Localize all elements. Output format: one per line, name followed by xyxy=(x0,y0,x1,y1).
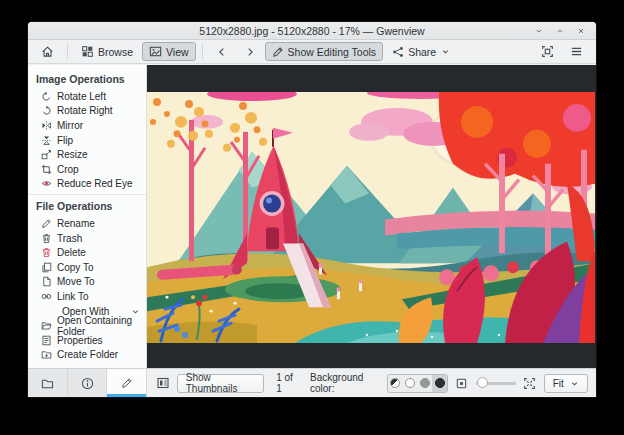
red-eye-icon xyxy=(41,178,52,189)
share-icon xyxy=(392,46,404,58)
resize-item[interactable]: Resize xyxy=(28,147,146,162)
properties-item[interactable]: Properties xyxy=(28,333,146,348)
view-label: View xyxy=(166,46,189,58)
file-operations-title: File Operations xyxy=(28,197,146,216)
operations-sidebar: Image Operations Rotate Left Rotate Righ… xyxy=(28,65,147,368)
menu-button[interactable] xyxy=(563,42,590,61)
main-toolbar: Browse View Show Editing Tools Share xyxy=(28,40,596,64)
zoom-mode-value: Fit xyxy=(553,378,564,389)
bg-auto-swatch[interactable] xyxy=(388,375,403,392)
background-color-label: Background color: xyxy=(310,372,381,394)
home-button[interactable] xyxy=(34,42,61,61)
image-operations-title: Image Operations xyxy=(28,70,146,89)
rename-item[interactable]: Rename xyxy=(28,216,146,231)
properties-icon xyxy=(41,335,52,346)
zoom-fit-icon xyxy=(455,377,468,390)
fullscreen-icon xyxy=(541,45,554,58)
show-thumbnails-label: Show Thumbnails xyxy=(186,372,255,394)
zoom-fill-icon xyxy=(523,377,536,390)
copy-icon xyxy=(41,262,52,273)
crop-icon xyxy=(41,164,52,175)
bg-black-swatch[interactable] xyxy=(432,375,447,392)
browse-grid-icon xyxy=(81,45,94,58)
zoom-slider[interactable] xyxy=(476,376,516,391)
tab-operations[interactable] xyxy=(107,369,146,397)
bg-gray-swatch[interactable] xyxy=(417,375,432,392)
chevron-right-icon xyxy=(244,46,256,58)
tab-information[interactable] xyxy=(68,369,108,397)
reduce-red-eye-item[interactable]: Reduce Red Eye xyxy=(28,177,146,192)
delete-item[interactable]: Delete xyxy=(28,245,146,260)
copy-to-item[interactable]: Copy To xyxy=(28,260,146,275)
home-icon xyxy=(41,45,54,58)
open-containing-folder-item[interactable]: Open Containing Folder xyxy=(28,318,146,333)
zoom-mode-combobox[interactable]: Fit xyxy=(544,374,588,393)
show-thumbnails-button[interactable]: Show Thumbnails xyxy=(177,374,264,393)
zoom-fit-button[interactable] xyxy=(454,374,470,392)
create-folder-item[interactable]: Create Folder xyxy=(28,348,146,363)
bg-white-swatch[interactable] xyxy=(402,375,417,392)
delete-icon xyxy=(41,247,52,258)
trash-item[interactable]: Trash xyxy=(28,231,146,246)
rotate-right-item[interactable]: Rotate Right xyxy=(28,104,146,119)
share-button[interactable]: Share xyxy=(385,42,457,61)
hamburger-menu-icon xyxy=(570,45,583,58)
link-to-item[interactable]: Link To xyxy=(28,289,146,304)
move-icon xyxy=(41,276,52,287)
thumbnail-bar-icon xyxy=(156,376,170,390)
previous-button[interactable] xyxy=(209,42,235,61)
chevron-down-icon xyxy=(441,47,450,56)
pencil-icon xyxy=(272,46,284,58)
browse-button[interactable]: Browse xyxy=(74,42,140,61)
minimize-icon[interactable] xyxy=(533,25,545,37)
view-button[interactable]: View xyxy=(142,42,196,61)
maximize-icon[interactable] xyxy=(554,25,566,37)
browse-label: Browse xyxy=(98,46,133,58)
open-folder-icon xyxy=(41,320,52,331)
mirror-item[interactable]: Mirror xyxy=(28,118,146,133)
background-color-swatches xyxy=(387,374,448,393)
mirror-icon xyxy=(41,120,52,131)
zoom-slider-handle[interactable] xyxy=(477,377,488,388)
rotate-left-item[interactable]: Rotate Left xyxy=(28,89,146,104)
show-editing-tools-label: Show Editing Tools xyxy=(288,46,377,58)
sidebar-divider xyxy=(28,194,146,195)
resize-icon xyxy=(41,149,52,160)
view-image-icon xyxy=(149,45,162,58)
bottom-bar: Show Thumbnails 1 of 1 Background color: xyxy=(28,368,596,397)
viewed-image xyxy=(147,92,595,343)
statusbar: Show Thumbnails 1 of 1 Background color: xyxy=(147,369,596,397)
sidebar-tabs xyxy=(28,369,147,397)
chevron-left-icon xyxy=(216,46,228,58)
share-label: Share xyxy=(408,46,436,58)
flip-item[interactable]: Flip xyxy=(28,133,146,148)
trash-icon xyxy=(41,233,52,244)
crop-item[interactable]: Crop xyxy=(28,162,146,177)
toolbar-separator xyxy=(202,44,203,59)
rotate-right-icon xyxy=(41,105,52,116)
gwenview-window: 5120x2880.jpg - 5120x2880 - 17% — Gwenvi… xyxy=(28,22,596,397)
show-editing-tools-button[interactable]: Show Editing Tools xyxy=(265,42,384,61)
window-title: 5120x2880.jpg - 5120x2880 - 17% — Gwenvi… xyxy=(28,25,596,37)
rotate-left-icon xyxy=(41,91,52,102)
image-viewport[interactable] xyxy=(147,65,596,368)
folder-icon xyxy=(41,377,54,390)
rename-icon xyxy=(41,218,52,229)
move-to-item[interactable]: Move To xyxy=(28,275,146,290)
chevron-down-icon xyxy=(570,379,579,388)
tab-folders[interactable] xyxy=(28,369,68,397)
toolbar-separator xyxy=(67,44,68,59)
flip-icon xyxy=(41,135,52,146)
fullscreen-button[interactable] xyxy=(534,42,561,61)
titlebar[interactable]: 5120x2880.jpg - 5120x2880 - 17% — Gwenvi… xyxy=(28,22,596,40)
next-button[interactable] xyxy=(237,42,263,61)
image-counter: 1 of 1 xyxy=(276,372,298,394)
new-folder-icon xyxy=(41,349,52,360)
info-icon xyxy=(81,377,94,390)
zoom-fill-button[interactable] xyxy=(522,374,538,392)
link-icon xyxy=(41,291,52,302)
close-icon[interactable] xyxy=(575,25,587,37)
thumbnail-bar-toggle[interactable] xyxy=(155,374,171,392)
pencil-icon xyxy=(121,377,133,389)
